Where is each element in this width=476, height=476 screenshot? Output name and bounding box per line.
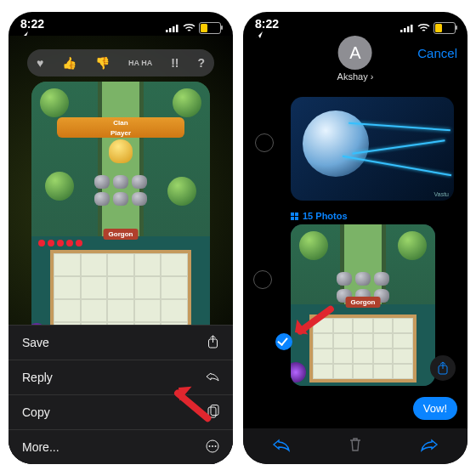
menu-reply[interactable]: Reply [8,360,233,394]
selection-circle[interactable] [253,270,272,289]
context-menu: Save Reply Copy More... [8,325,233,464]
tapback-heart[interactable]: ♥ [37,56,43,70]
battery-icon [434,22,456,34]
reply-button[interactable] [273,439,290,455]
quick-share-button[interactable] [430,355,456,381]
svg-rect-6 [211,405,218,415]
svg-point-8 [209,445,211,447]
selection-check-icon[interactable] [275,333,292,350]
screenshot-right: 8:22 Cancel A Akshay › Vastu [243,12,468,464]
svg-rect-12 [404,28,406,32]
screenshot-left: 8:22 ♥ 👍 👎 HA HA !! ? ClanPlayer [8,12,233,464]
grid-icon [291,212,298,220]
menu-more[interactable]: More... [8,429,233,464]
photo-stack[interactable]: Gorgon [291,224,435,386]
selection-circle[interactable] [255,133,274,152]
message-attachment[interactable]: Vastu [291,97,454,201]
battery-icon [199,22,221,34]
bottom-toolbar [243,428,468,464]
svg-rect-11 [400,30,403,32]
svg-point-9 [212,445,213,447]
watermark: Vastu [434,191,449,197]
contact-name: Akshay [337,71,368,82]
svg-rect-1 [169,28,172,32]
more-icon [206,439,219,456]
svg-rect-3 [176,25,178,32]
reply-icon [206,371,219,384]
wifi-icon [183,24,196,32]
tapback-thumbs-down[interactable]: 👎 [95,56,110,70]
cancel-button[interactable]: Cancel [417,46,457,60]
svg-rect-5 [208,407,216,417]
status-time: 8:22 [20,17,44,31]
opponent-tag: Gorgon [346,297,381,308]
location-icon [255,31,279,39]
status-time: 8:22 [255,17,279,31]
tapback-exclaim[interactable]: !! [171,56,178,70]
svg-point-10 [215,445,217,447]
chevron-right-icon: › [371,71,374,82]
game-banner: ClanPlayer [57,117,184,138]
svg-rect-2 [173,26,175,32]
sent-message-bubble[interactable]: Vow! [413,397,457,420]
trophy-icon [109,139,133,163]
photos-group-label[interactable]: 15 Photos [291,211,459,221]
tapback-question[interactable]: ? [197,56,205,70]
signal-icon [166,24,179,32]
menu-save[interactable]: Save [8,325,233,360]
opponent-tag: Gorgon [104,229,139,240]
trash-button[interactable] [348,437,362,456]
tapback-bar: ♥ 👍 👎 HA HA !! ? [27,49,214,76]
svg-rect-13 [407,26,410,32]
svg-rect-0 [166,30,168,32]
menu-copy[interactable]: Copy [8,394,233,429]
svg-rect-14 [411,25,413,32]
contact-header[interactable]: A Akshay › [337,36,374,82]
share-icon [207,335,219,351]
signal-icon [400,24,414,32]
copy-icon [207,405,219,421]
wifi-icon [417,24,430,32]
forward-button[interactable] [421,439,438,455]
tapback-thumbs-up[interactable]: 👍 [62,56,76,70]
tapback-haha[interactable]: HA HA [128,59,152,67]
avatar: A [338,36,372,70]
